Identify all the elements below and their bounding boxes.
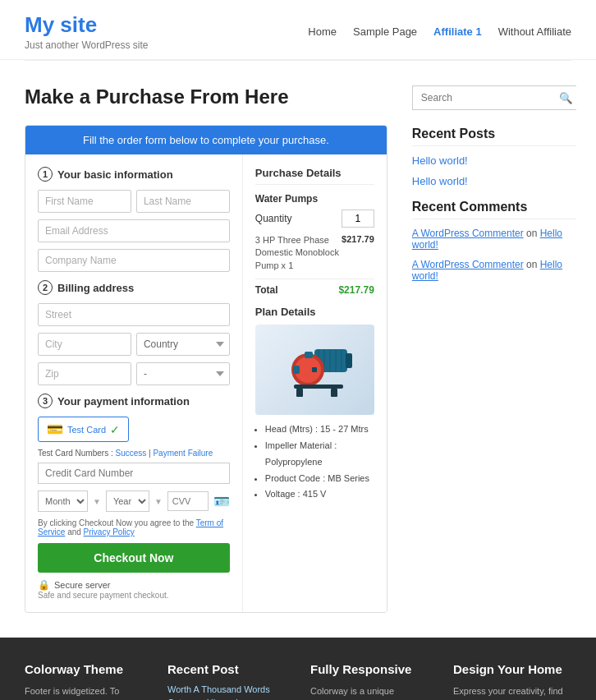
privacy-link[interactable]: Privacy Policy <box>84 527 135 537</box>
recent-post-1[interactable]: Hello world! <box>412 154 576 167</box>
main-nav: Home Sample Page Affiliate 1 Without Aff… <box>308 25 571 38</box>
company-input[interactable] <box>38 249 230 272</box>
footer-link1[interactable]: Worth A Thousand Words <box>167 684 286 694</box>
city-country-row: Country <box>38 333 230 356</box>
svg-rect-10 <box>305 352 313 358</box>
cvv-card-icon: 🪪 <box>213 494 230 509</box>
section2-num: 2 <box>38 280 53 295</box>
email-row <box>38 219 230 242</box>
item-price: $217.79 <box>342 234 374 272</box>
comment-2: A WordPress Commenter on Hello world! <box>412 259 576 282</box>
footer-col-1: Colorway Theme Footer is widgetized. To … <box>25 662 143 700</box>
qty-label: Quantity <box>255 213 292 224</box>
svg-rect-11 <box>294 385 343 389</box>
lock-icon: 🔒 <box>38 579 50 591</box>
page-title: Make a Purchase From Here <box>25 85 387 108</box>
site-title-link[interactable]: My site <box>25 12 97 37</box>
search-input[interactable] <box>413 86 552 109</box>
test-card-button[interactable]: 💳 Test Card ✓ <box>38 417 129 442</box>
item-row: 3 HP Three Phase Domestic Monoblock Pump… <box>255 234 374 272</box>
test-card-failure-link[interactable]: Payment Failure <box>153 449 213 458</box>
water-pumps-label: Water Pumps <box>255 193 374 205</box>
footer-col3-title: Fully Responsive <box>310 662 429 676</box>
section3-label: Your payment information <box>57 395 190 408</box>
total-row: Total $217.79 <box>255 279 374 296</box>
expiry-chevron: ▼ <box>93 497 101 506</box>
nav-without-affiliate[interactable]: Without Affiliate <box>498 25 571 38</box>
email-input[interactable] <box>38 219 230 242</box>
total-price: $217.79 <box>338 284 374 296</box>
tos-text: By clicking Checkout Now you agree to th… <box>38 518 230 537</box>
section2-label: Billing address <box>57 282 134 294</box>
footer-col3-text: Colorway is a unique responsive WordPres… <box>310 684 429 700</box>
site-tagline: Just another WordPress site <box>25 39 149 51</box>
cvv-input[interactable] <box>167 491 209 511</box>
content-area: Make a Purchase From Here Fill the order… <box>25 85 387 613</box>
site-header: My site Just another WordPress site Home… <box>0 0 596 60</box>
pump-image <box>255 325 374 415</box>
name-row <box>38 190 230 213</box>
comment-1-on: on <box>526 228 540 239</box>
feature-head: Head (Mtrs) : 15 - 27 Mtrs <box>265 421 374 438</box>
street-input[interactable] <box>38 303 230 326</box>
commenter-2-link[interactable]: A WordPress Commenter <box>412 259 524 270</box>
recent-comments-title: Recent Comments <box>412 200 576 219</box>
footer-main: Colorway Theme Footer is widgetized. To … <box>0 638 596 700</box>
card-icon: 💳 <box>47 421 63 437</box>
svg-rect-12 <box>296 389 303 397</box>
city-input[interactable] <box>38 333 131 356</box>
company-row <box>38 249 230 272</box>
qty-input[interactable] <box>342 210 374 228</box>
footer-col-2: Recent Post Worth A Thousand Words Categ… <box>167 662 286 700</box>
feature-product-code: Product Code : MB Series <box>265 471 374 487</box>
card-check-icon: ✓ <box>110 423 120 436</box>
zip-extra-select[interactable]: - <box>136 362 230 385</box>
site-branding: My site Just another WordPress site <box>25 12 149 51</box>
secure-row: 🔒 Secure server <box>38 579 230 591</box>
street-row <box>38 303 230 326</box>
footer-col4-text: Express your creativity, find inspiratio… <box>453 684 571 700</box>
svg-rect-14 <box>312 367 317 372</box>
nav-sample-page[interactable]: Sample Page <box>353 25 417 38</box>
section1-label: Your basic information <box>57 168 173 181</box>
purchase-details: Purchase Details Water Pumps Quantity 3 … <box>255 167 374 296</box>
nav-home[interactable]: Home <box>308 25 337 38</box>
plan-features: Head (Mtrs) : 15 - 27 Mtrs Impeller Mate… <box>255 421 374 503</box>
site-title: My site <box>25 12 149 38</box>
section1-num: 1 <box>38 167 53 182</box>
test-card-success-link[interactable]: Success <box>115 449 146 458</box>
first-name-input[interactable] <box>38 190 131 213</box>
last-name-input[interactable] <box>136 190 230 213</box>
search-box: 🔍 <box>412 85 576 110</box>
checkout-button[interactable]: Checkout Now <box>38 543 230 573</box>
zip-input[interactable] <box>38 362 131 385</box>
country-select[interactable]: Country <box>136 333 230 356</box>
main-wrapper: Make a Purchase From Here Fill the order… <box>0 61 596 638</box>
section3-title: 3 Your payment information <box>38 394 230 408</box>
form-body: 1 Your basic information <box>25 154 387 612</box>
zip-row: - <box>38 362 230 385</box>
footer-col2-title: Recent Post <box>167 662 286 676</box>
feature-impeller: Impeller Material : Polypropylene <box>265 438 374 471</box>
commenter-1-link[interactable]: A WordPress Commenter <box>412 228 524 239</box>
total-label: Total <box>255 284 278 296</box>
sidebar: 🔍 Recent Posts Hello world! Hello world!… <box>412 85 576 613</box>
year-select[interactable]: Year <box>106 490 149 512</box>
section2-title: 2 Billing address <box>38 280 230 295</box>
search-button[interactable]: 🔍 <box>552 86 580 109</box>
svg-rect-9 <box>293 366 300 374</box>
feature-voltage: Voltage : 415 V <box>265 486 374 503</box>
section3-num: 3 <box>38 394 53 408</box>
month-select[interactable]: Month <box>38 490 88 512</box>
purchase-details-title: Purchase Details <box>255 167 374 185</box>
nav-affiliate1[interactable]: Affiliate 1 <box>433 25 482 38</box>
item-name: 3 HP Three Phase Domestic Monoblock Pump… <box>255 234 342 272</box>
secure-note: Safe and secure payment checkout. <box>38 591 230 600</box>
credit-card-input[interactable] <box>38 463 230 484</box>
form-right: Purchase Details Water Pumps Quantity 3 … <box>243 154 387 612</box>
footer-col1-title: Colorway Theme <box>25 662 143 676</box>
pump-svg <box>273 337 355 403</box>
recent-post-2[interactable]: Hello world! <box>412 175 576 187</box>
card-expiry-row: Month ▼ Year ▼ 🪪 <box>38 490 230 512</box>
footer-col-3: Fully Responsive Colorway is a unique re… <box>310 662 429 700</box>
